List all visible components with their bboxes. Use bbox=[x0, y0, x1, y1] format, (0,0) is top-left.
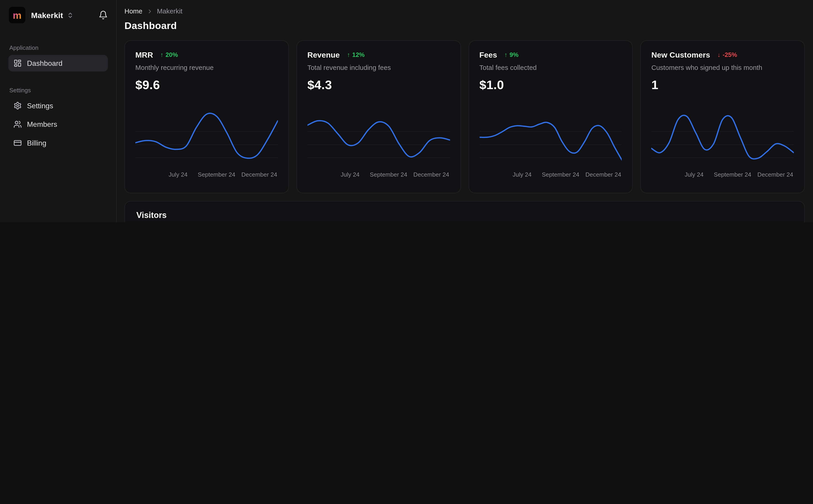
sparkline-chart-new-customers[interactable] bbox=[651, 107, 794, 167]
x-axis-tick: July 24 bbox=[685, 171, 704, 178]
chevron-right-icon bbox=[146, 8, 153, 14]
main-content: Home Makerkit Dashboard MRR ↑ 20% Monthl… bbox=[117, 0, 813, 222]
sparkline-chart-mrr[interactable] bbox=[135, 107, 278, 167]
x-axis-tick: September 24 bbox=[542, 171, 579, 178]
line-chart-svg bbox=[479, 107, 622, 167]
arrow-down-icon: ↓ bbox=[717, 51, 721, 58]
stat-card-value: $4.3 bbox=[307, 78, 450, 92]
line-chart-svg bbox=[307, 107, 450, 167]
credit-card-icon bbox=[13, 139, 22, 147]
x-axis-tick: September 24 bbox=[370, 171, 407, 178]
gear-icon bbox=[13, 101, 22, 110]
stat-card-description: Customers who signed up this month bbox=[651, 64, 794, 72]
sidebar-nav: Application Dashboard Settings Settings … bbox=[0, 45, 116, 151]
sidebar: m Makerkit Application Dashboard Setting… bbox=[0, 0, 117, 222]
stat-card-title: Revenue bbox=[307, 50, 340, 59]
x-axis-tick: December 24 bbox=[413, 171, 449, 178]
stat-card-title: Fees bbox=[479, 50, 497, 59]
sidebar-item-label: Dashboard bbox=[27, 59, 62, 67]
stat-card-description: Total revenue including fees bbox=[307, 64, 450, 72]
x-axis-tick: July 24 bbox=[513, 171, 532, 178]
x-axis-tick: December 24 bbox=[585, 171, 622, 178]
sidebar-item-members[interactable]: Members bbox=[8, 116, 108, 133]
notifications-bell-icon[interactable] bbox=[98, 10, 108, 20]
trend-value: 20% bbox=[165, 51, 178, 58]
x-axis: July 24 September 24 December 24 bbox=[479, 171, 622, 180]
line-chart-svg bbox=[651, 107, 794, 167]
nav-section-label-settings: Settings bbox=[9, 87, 107, 93]
x-axis: July 24 September 24 December 24 bbox=[651, 171, 794, 180]
stat-card-title: New Customers bbox=[651, 50, 710, 59]
sparkline-chart-fees[interactable] bbox=[479, 107, 622, 167]
arrow-up-icon: ↑ bbox=[504, 51, 507, 58]
breadcrumb-current: Makerkit bbox=[157, 7, 182, 15]
trend-badge: ↑ 20% bbox=[160, 51, 178, 58]
stat-card-value: 1 bbox=[651, 78, 794, 92]
makerkit-logo: m bbox=[8, 6, 26, 24]
trend-value: 9% bbox=[509, 51, 518, 58]
arrow-up-icon: ↑ bbox=[160, 51, 163, 58]
x-axis: July 24 September 24 December 24 bbox=[307, 171, 450, 180]
trend-badge: ↑ 12% bbox=[347, 51, 365, 58]
sidebar-item-label: Settings bbox=[27, 101, 53, 110]
sidebar-item-label: Billing bbox=[27, 139, 46, 147]
nav-section-label-application: Application bbox=[9, 45, 107, 51]
x-axis-tick: December 24 bbox=[757, 171, 793, 178]
x-axis-tick: September 24 bbox=[714, 171, 751, 178]
trend-value: 12% bbox=[352, 51, 365, 58]
x-axis-tick: September 24 bbox=[198, 171, 235, 178]
x-axis-tick: July 24 bbox=[341, 171, 360, 178]
workspace-name: Makerkit bbox=[31, 11, 63, 19]
stat-card-revenue: Revenue ↑ 12% Total revenue including fe… bbox=[296, 40, 461, 193]
workspace-switcher[interactable]: m Makerkit bbox=[0, 0, 116, 29]
visitors-card: Visitors Showing total visitors for the … bbox=[124, 201, 805, 222]
stat-card-fees: Fees ↑ 9% Total fees collected $1.0 July… bbox=[468, 40, 633, 193]
stat-card-description: Monthly recurring revenue bbox=[135, 64, 278, 72]
chevrons-up-down-icon[interactable] bbox=[67, 12, 73, 18]
x-axis: July 24 September 24 December 24 bbox=[135, 171, 278, 180]
x-axis-tick: July 24 bbox=[168, 171, 187, 178]
breadcrumb-home-link[interactable]: Home bbox=[124, 7, 142, 15]
trend-badge: ↓ -25% bbox=[717, 51, 737, 58]
sidebar-item-dashboard[interactable]: Dashboard bbox=[8, 55, 108, 72]
trend-badge: ↑ 9% bbox=[504, 51, 518, 58]
sidebar-item-label: Members bbox=[27, 120, 57, 128]
arrow-up-icon: ↑ bbox=[347, 51, 350, 58]
breadcrumb: Home Makerkit bbox=[124, 7, 805, 15]
sidebar-item-settings[interactable]: Settings bbox=[8, 97, 108, 114]
stat-card-new-customers: New Customers ↓ -25% Customers who signe… bbox=[641, 40, 805, 193]
visitors-title: Visitors bbox=[136, 211, 793, 220]
dashboard-grid-icon bbox=[13, 59, 22, 67]
stat-card-mrr: MRR ↑ 20% Monthly recurring revenue $9.6… bbox=[124, 40, 289, 193]
x-axis-tick: December 24 bbox=[241, 171, 277, 178]
stat-cards-row: MRR ↑ 20% Monthly recurring revenue $9.6… bbox=[124, 40, 805, 193]
sidebar-item-billing[interactable]: Billing bbox=[8, 135, 108, 151]
sparkline-chart-revenue[interactable] bbox=[307, 107, 450, 167]
users-icon bbox=[13, 120, 22, 128]
stat-card-description: Total fees collected bbox=[479, 64, 622, 72]
stat-card-value: $9.6 bbox=[135, 78, 278, 92]
page-title: Dashboard bbox=[124, 20, 805, 32]
makerkit-logo-letter: m bbox=[13, 10, 21, 20]
app-window: m Makerkit Application Dashboard Setting… bbox=[0, 0, 813, 222]
stat-card-value: $1.0 bbox=[479, 78, 622, 92]
trend-value: -25% bbox=[723, 51, 737, 58]
stat-card-title: MRR bbox=[135, 50, 153, 59]
line-chart-svg bbox=[135, 107, 278, 167]
